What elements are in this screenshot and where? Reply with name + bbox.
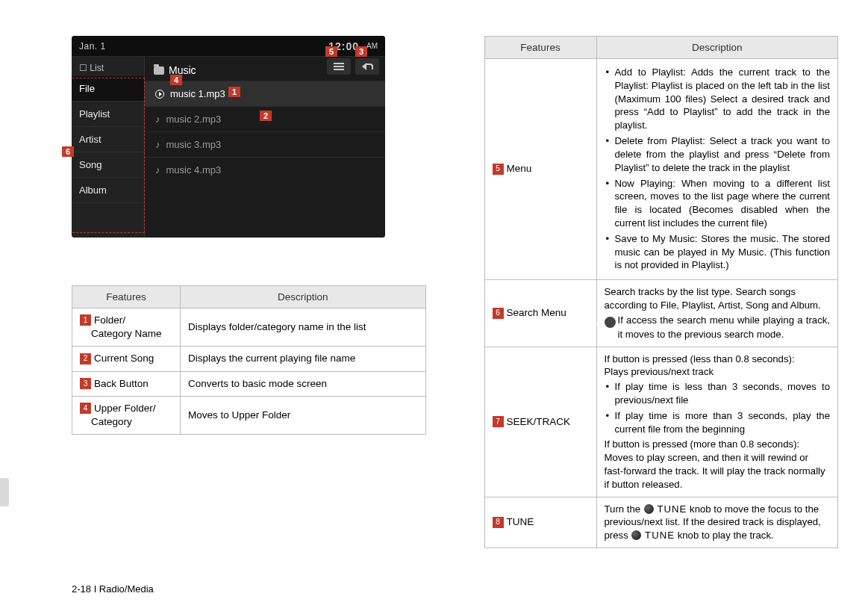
sidebar-item: Artist bbox=[72, 127, 144, 152]
track-name: music 3.mp3 bbox=[166, 139, 222, 150]
bullet: Save to My Music: Stores the music. The … bbox=[605, 232, 831, 272]
row-badge: 2 bbox=[80, 353, 91, 365]
sidebar-item: Playlist bbox=[72, 102, 144, 127]
row-badge: 4 bbox=[80, 403, 91, 414]
row-badge: 1 bbox=[80, 314, 91, 326]
row-badge: 7 bbox=[493, 416, 504, 427]
menu-button-icon bbox=[327, 58, 351, 75]
th-description: Description bbox=[181, 286, 426, 308]
row-desc: Converts to basic mode screen bbox=[181, 371, 426, 396]
sidebar-label: List bbox=[90, 63, 104, 73]
track-name: music 1.mp3 bbox=[170, 88, 225, 99]
track-name: music 2.mp3 bbox=[166, 114, 222, 125]
row-desc: Displays the current playing file name bbox=[181, 347, 426, 371]
row-label: TUNE bbox=[507, 516, 534, 527]
folder-icon bbox=[154, 66, 164, 75]
row-label: Current Song bbox=[94, 353, 154, 364]
row-label: Upper Folder/ Category bbox=[80, 403, 156, 427]
row-badge: 8 bbox=[493, 517, 504, 528]
callout-4: 4 bbox=[170, 75, 182, 85]
bullet: Add to Playlist: Adds the current track … bbox=[605, 66, 831, 132]
page-footer: 2-18 I Radio/Media bbox=[72, 583, 154, 595]
sidebar-item: Album bbox=[72, 178, 144, 203]
tune-text: knob to play the track. bbox=[678, 530, 774, 541]
status-ampm: AM bbox=[366, 42, 378, 50]
features-table-left: Features Description 1Folder/ Category N… bbox=[72, 285, 426, 435]
tune-knob-label: TUNE bbox=[645, 530, 675, 541]
bullet: Delete from Playlist: Select a track you… bbox=[605, 134, 831, 174]
callout-1: 1 bbox=[228, 87, 240, 97]
track-name: music 4.mp3 bbox=[166, 164, 222, 176]
tune-text: Turn the bbox=[605, 503, 643, 515]
row-label: Search Menu bbox=[507, 307, 566, 318]
note-icon bbox=[155, 114, 160, 125]
seek-pre: If button is pressed (less than 0.8 seco… bbox=[605, 353, 831, 379]
note-icon bbox=[155, 164, 160, 176]
search-info: If access the search menu while playing … bbox=[618, 314, 831, 340]
knob-icon bbox=[631, 530, 641, 540]
note-icon bbox=[155, 139, 160, 150]
row-desc: Displays folder/category name in the lis… bbox=[181, 308, 426, 347]
row-badge: 3 bbox=[80, 378, 91, 389]
row-label: Folder/ Category Name bbox=[80, 314, 162, 339]
info-icon: i bbox=[605, 317, 616, 328]
callout-5: 5 bbox=[325, 46, 337, 57]
bullet: Now Playing: When moving to a different … bbox=[605, 177, 831, 230]
play-icon bbox=[155, 90, 164, 99]
callout-2: 2 bbox=[260, 111, 272, 121]
device-screenshot: Jan. 1 12:00 AM ☐ List File Playlist Art… bbox=[72, 36, 385, 238]
status-date: Jan. 1 bbox=[79, 41, 106, 52]
row-badge: 5 bbox=[493, 164, 504, 175]
th-features: Features bbox=[484, 37, 596, 59]
th-features: Features bbox=[72, 286, 181, 308]
row-badge: 6 bbox=[493, 308, 504, 319]
bullet: If play time is more than 3 seconds, pla… bbox=[605, 409, 831, 436]
row-label: Menu bbox=[507, 163, 532, 174]
sidebar-item: Song bbox=[72, 152, 144, 178]
row-label: SEEK/TRACK bbox=[507, 416, 571, 427]
bullet: If play time is less than 3 seconds, mov… bbox=[605, 380, 831, 407]
search-line1: Search tracks by the list type. Search s… bbox=[605, 285, 831, 312]
features-table-right: Features Description 5Menu Add to Playli… bbox=[484, 36, 839, 548]
back-button-icon bbox=[355, 58, 379, 75]
tune-knob-label: TUNE bbox=[657, 503, 687, 515]
row-label: Back Button bbox=[94, 378, 149, 389]
seek-post: If button is pressed (more than 0.8 seco… bbox=[605, 438, 831, 491]
knob-icon bbox=[644, 504, 654, 514]
sidebar-item: File bbox=[72, 76, 144, 102]
th-description: Description bbox=[596, 37, 838, 59]
row-desc: Moves to Upper Folder bbox=[181, 396, 426, 434]
callout-3: 3 bbox=[355, 46, 367, 57]
side-tab bbox=[0, 478, 9, 506]
callout-6: 6 bbox=[62, 146, 74, 157]
